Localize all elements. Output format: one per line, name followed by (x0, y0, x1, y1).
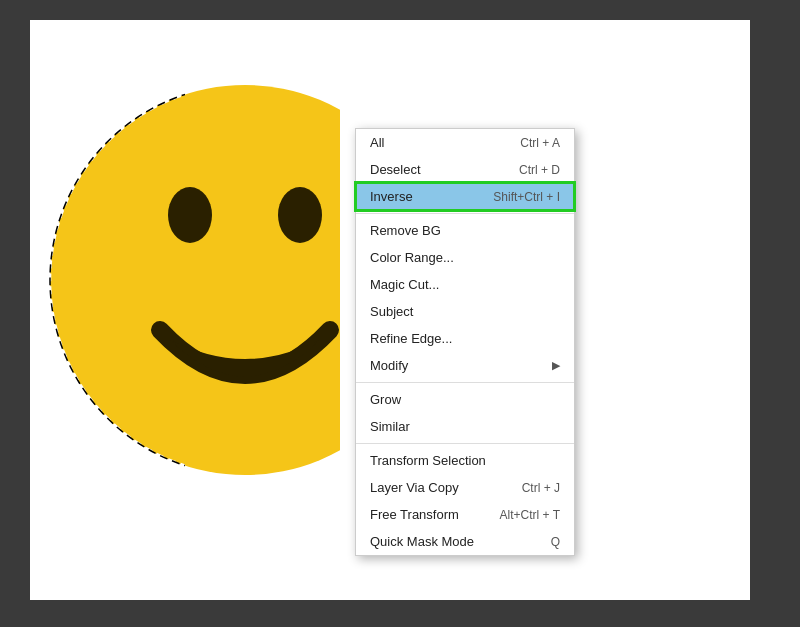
menu-item-magic-cut[interactable]: Magic Cut... (356, 271, 574, 298)
menu-item-label: Deselect (370, 162, 421, 177)
menu-item-label: All (370, 135, 384, 150)
menu-item-free-transform[interactable]: Free TransformAlt+Ctrl + T (356, 501, 574, 528)
menu-divider (356, 382, 574, 383)
menu-item-subject[interactable]: Subject (356, 298, 574, 325)
menu-item-refine-edge[interactable]: Refine Edge... (356, 325, 574, 352)
menu-item-label: Magic Cut... (370, 277, 439, 292)
menu-item-inverse[interactable]: InverseShift+Ctrl + I (356, 183, 574, 210)
menu-item-remove-bg[interactable]: Remove BG (356, 217, 574, 244)
menu-item-grow[interactable]: Grow (356, 386, 574, 413)
menu-item-label: Inverse (370, 189, 413, 204)
menu-item-quick-mask-mode[interactable]: Quick Mask ModeQ (356, 528, 574, 555)
menu-item-all[interactable]: AllCtrl + A (356, 129, 574, 156)
svg-point-1 (50, 85, 340, 475)
menu-divider (356, 213, 574, 214)
menu-item-similar[interactable]: Similar (356, 413, 574, 440)
menu-item-label: Transform Selection (370, 453, 486, 468)
menu-item-shortcut: Q (551, 535, 560, 549)
menu-item-layer-via-copy[interactable]: Layer Via CopyCtrl + J (356, 474, 574, 501)
menu-item-shortcut: Ctrl + D (519, 163, 560, 177)
menu-item-label: Modify (370, 358, 408, 373)
menu-item-label: Subject (370, 304, 413, 319)
menu-item-shortcut: Ctrl + A (520, 136, 560, 150)
menu-item-label: Similar (370, 419, 410, 434)
menu-divider (356, 443, 574, 444)
svg-point-4 (168, 187, 212, 243)
menu-item-label: Layer Via Copy (370, 480, 459, 495)
menu-item-label: Remove BG (370, 223, 441, 238)
menu-item-shortcut: Alt+Ctrl + T (500, 508, 560, 522)
menu-item-shortcut: Shift+Ctrl + I (493, 190, 560, 204)
menu-item-label: Quick Mask Mode (370, 534, 474, 549)
menu-item-label: Color Range... (370, 250, 454, 265)
svg-point-5 (278, 187, 322, 243)
menu-item-label: Free Transform (370, 507, 459, 522)
menu-item-transform-selection[interactable]: Transform Selection (356, 447, 574, 474)
menu-item-shortcut: Ctrl + J (522, 481, 560, 495)
smiley-face (30, 60, 340, 490)
menu-item-deselect[interactable]: DeselectCtrl + D (356, 156, 574, 183)
submenu-arrow-icon: ▶ (552, 359, 560, 372)
menu-item-modify[interactable]: Modify▶ (356, 352, 574, 379)
menu-item-color-range[interactable]: Color Range... (356, 244, 574, 271)
menu-item-label: Refine Edge... (370, 331, 452, 346)
menu-item-label: Grow (370, 392, 401, 407)
context-menu: AllCtrl + ADeselectCtrl + DInverseShift+… (355, 128, 575, 556)
